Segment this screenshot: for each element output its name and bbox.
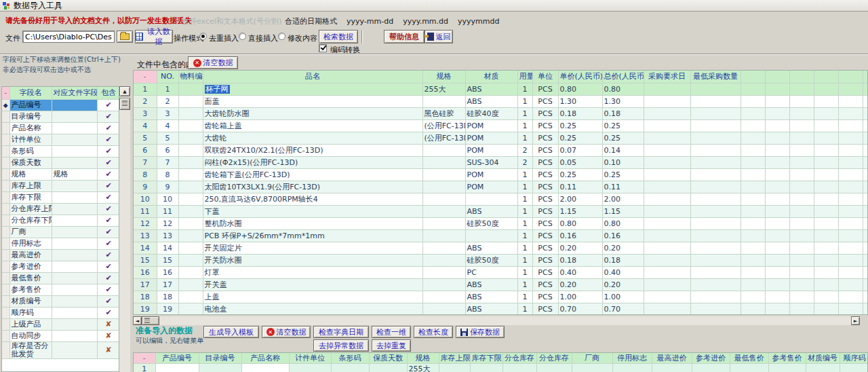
product-name-cell[interactable]: 面盖 (203, 95, 422, 107)
product-cell[interactable] (814, 303, 838, 315)
product-cell[interactable] (789, 278, 814, 291)
field-name-cell[interactable]: 分仓库存上限 (9, 203, 52, 215)
product-cell[interactable]: 1 (517, 132, 532, 144)
product-cell[interactable] (178, 291, 203, 303)
product-cell[interactable] (814, 254, 838, 266)
product-cell[interactable] (178, 107, 203, 119)
excluded-x-icon[interactable]: ✘ (97, 341, 119, 358)
product-row[interactable]: 44齿轮箱上盖(公用FC-13D)POM1PCS0.250.25 (134, 119, 868, 132)
import-cell[interactable] (289, 364, 331, 372)
product-cell[interactable]: PCS (532, 266, 558, 278)
product-cell[interactable]: 0.40 (558, 266, 602, 278)
product-cell[interactable]: 11 (157, 205, 178, 217)
product-cell[interactable]: 0.18 (558, 254, 602, 266)
product-cell[interactable] (765, 168, 789, 181)
product-cell[interactable]: 2 (517, 144, 532, 156)
product-cell[interactable]: PCS (532, 229, 558, 242)
product-cell[interactable] (741, 217, 765, 229)
product-cell[interactable] (644, 217, 690, 229)
product-cell[interactable] (422, 254, 465, 266)
product-cell[interactable]: 1.30 (602, 95, 644, 107)
product-cell[interactable] (741, 266, 765, 278)
excluded-x-icon[interactable]: ✘ (97, 318, 119, 330)
product-cell[interactable]: 14 (134, 242, 157, 254)
included-check-icon[interactable]: ✔ (97, 111, 119, 122)
clear-data-button-top[interactable]: ✕ 清空数据 (188, 56, 238, 69)
product-cell[interactable] (838, 254, 863, 266)
product-cell[interactable]: 硅胶50度 (465, 217, 517, 229)
file-field-cell[interactable] (52, 122, 97, 134)
product-cell[interactable]: ABS (465, 83, 517, 95)
product-cell[interactable] (178, 193, 203, 205)
field-row[interactable]: 计件单位✔ (2, 134, 119, 145)
product-cell[interactable] (690, 181, 741, 193)
product-cell[interactable] (789, 266, 814, 278)
product-cell[interactable]: PCS (532, 119, 558, 132)
product-cell[interactable] (644, 95, 690, 107)
field-name-cell[interactable]: 顺序码 (9, 307, 52, 318)
product-cell[interactable]: 19 (157, 303, 178, 315)
product-cell[interactable] (789, 119, 814, 132)
product-cell[interactable]: 1 (517, 193, 532, 205)
product-cell[interactable]: POM (465, 132, 517, 144)
product-cell[interactable] (422, 242, 465, 254)
product-cell[interactable] (690, 132, 741, 144)
product-cell[interactable] (789, 144, 814, 156)
field-row[interactable]: 规格规格✔ (2, 168, 119, 180)
field-name-cell[interactable]: 最高进价 (9, 249, 52, 261)
product-cell[interactable] (422, 217, 465, 229)
product-cell[interactable]: 1 (517, 205, 532, 217)
product-cell[interactable] (690, 266, 741, 278)
product-cell[interactable]: 0.80 (602, 217, 644, 229)
product-cell[interactable] (690, 107, 741, 119)
product-cell[interactable]: 17 (157, 278, 178, 291)
product-row[interactable]: 11杯子网255大ABS1PCS0.800.80 (134, 83, 868, 95)
product-cell[interactable] (741, 278, 765, 291)
product-cell[interactable] (814, 205, 838, 217)
product-cell[interactable] (765, 303, 789, 315)
check-dict-date-button[interactable]: 检查字典日期 (313, 326, 369, 338)
product-cell[interactable] (741, 242, 765, 254)
field-name-cell[interactable]: 分仓库存下限 (9, 215, 52, 226)
file-field-cell[interactable] (52, 226, 97, 238)
product-cell[interactable] (741, 229, 765, 242)
product-cell[interactable]: 8 (157, 168, 178, 181)
product-cell[interactable]: 1 (517, 242, 532, 254)
field-name-cell[interactable]: 产品名称 (9, 122, 52, 134)
product-cell[interactable]: (公用FC-13D) (422, 119, 465, 132)
product-cell[interactable] (690, 242, 741, 254)
file-field-cell[interactable] (52, 145, 97, 157)
product-cell[interactable]: 1 (134, 83, 157, 95)
product-cell[interactable] (422, 266, 465, 278)
product-cell[interactable]: 0.80 (602, 83, 644, 95)
product-cell[interactable] (789, 107, 814, 119)
clear-data-button-bottom[interactable]: ✕ 清空数据 (262, 326, 311, 338)
import-cell[interactable] (199, 364, 241, 372)
file-path-input[interactable] (22, 31, 115, 43)
product-cell[interactable] (644, 181, 690, 193)
field-row[interactable]: 条形码✔ (2, 145, 119, 157)
product-cell[interactable]: 0.16 (602, 229, 644, 242)
scroll-left-icon[interactable]: ◄ (133, 316, 142, 325)
product-cell[interactable] (814, 119, 838, 132)
product-cell[interactable] (814, 278, 838, 291)
product-cell[interactable] (644, 205, 690, 217)
field-row[interactable]: 上级产品✘ (2, 318, 119, 330)
title-bar[interactable]: 数据导入工具 (0, 0, 868, 12)
product-cell[interactable]: 6 (157, 144, 178, 156)
included-check-icon[interactable]: ✔ (97, 249, 119, 261)
scroll-up-icon[interactable]: ▲ (119, 86, 130, 96)
import-cell[interactable]: 255大 (407, 364, 439, 372)
product-cell[interactable] (644, 193, 690, 205)
product-cell[interactable]: 1 (517, 217, 532, 229)
product-name-cell[interactable]: 电池盒 (203, 303, 422, 315)
file-field-cell[interactable] (52, 272, 97, 284)
product-cell[interactable] (765, 144, 789, 156)
product-cell[interactable]: 0.25 (602, 132, 644, 144)
product-cell[interactable] (838, 229, 863, 242)
product-cell[interactable]: 0.80 (558, 83, 602, 95)
product-cell[interactable]: 1 (517, 83, 532, 95)
product-cell[interactable] (838, 266, 863, 278)
product-cell[interactable] (178, 144, 203, 156)
field-name-cell[interactable]: 上级产品 (9, 318, 52, 330)
